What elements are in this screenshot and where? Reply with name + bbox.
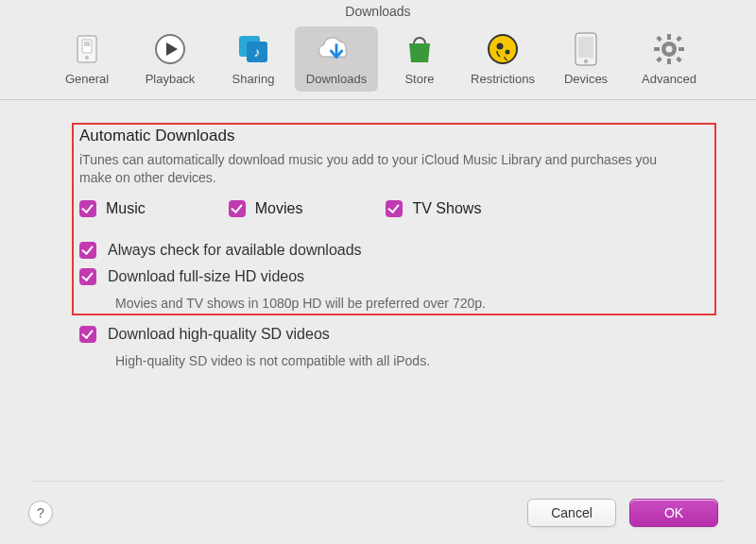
checkbox-icon xyxy=(79,326,96,343)
tab-label: Devices xyxy=(564,72,608,86)
checkbox-icon xyxy=(386,200,403,217)
preferences-toolbar: General Playback ♪ Sharing xyxy=(0,23,756,100)
dialog-buttons: Cancel OK xyxy=(527,499,718,527)
svg-rect-22 xyxy=(676,36,681,42)
tab-general[interactable]: General xyxy=(45,26,129,92)
tab-label: Playback xyxy=(146,72,196,86)
checkbox-hd-videos[interactable]: Download full-size HD videos xyxy=(79,268,711,285)
checkbox-icon xyxy=(79,242,96,259)
svg-point-10 xyxy=(489,35,517,63)
svg-rect-21 xyxy=(656,36,662,42)
svg-rect-19 xyxy=(654,47,660,51)
svg-point-15 xyxy=(584,60,588,63)
tab-devices[interactable]: Devices xyxy=(544,26,627,92)
svg-point-25 xyxy=(666,46,673,53)
checkbox-label: Music xyxy=(106,200,146,217)
tab-store[interactable]: Store xyxy=(378,26,461,92)
checkbox-icon xyxy=(79,268,96,285)
cloud-download-icon xyxy=(318,30,355,68)
svg-rect-23 xyxy=(656,57,662,62)
svg-text:♪: ♪ xyxy=(254,44,261,60)
window-title: Downloads xyxy=(0,0,756,23)
checkbox-movies[interactable]: Movies xyxy=(229,200,303,217)
svg-rect-20 xyxy=(679,47,684,51)
checkbox-tvshows[interactable]: TV Shows xyxy=(386,200,481,217)
help-button[interactable]: ? xyxy=(28,501,53,525)
svg-point-12 xyxy=(506,50,510,55)
auto-download-types: Music Movies TV Shows xyxy=(79,200,711,217)
checkbox-always-check[interactable]: Always check for available downloads xyxy=(79,242,711,259)
ok-button[interactable]: OK xyxy=(629,499,718,527)
tab-playback[interactable]: Playback xyxy=(129,26,212,92)
checkbox-music[interactable]: Music xyxy=(79,200,146,217)
svg-rect-17 xyxy=(667,34,671,40)
section-description: iTunes can automatically download music … xyxy=(79,151,684,187)
parental-icon xyxy=(484,30,522,68)
tab-label: General xyxy=(65,72,109,86)
tab-downloads[interactable]: Downloads xyxy=(295,26,378,92)
checkbox-sd-videos[interactable]: Download high-quality SD videos xyxy=(79,326,711,343)
checkbox-label: TV Shows xyxy=(412,200,481,217)
tab-label: Sharing xyxy=(232,72,275,86)
sd-description: High-quality SD video is not compatible … xyxy=(115,352,711,370)
tab-sharing[interactable]: ♪ Sharing xyxy=(212,26,295,92)
bag-icon xyxy=(401,30,438,68)
svg-rect-18 xyxy=(667,59,671,64)
checkbox-label: Always check for available downloads xyxy=(108,242,362,259)
device-icon xyxy=(567,30,605,68)
content-area: Automatic Downloads iTunes can automatic… xyxy=(0,100,756,544)
tab-restrictions[interactable]: Restrictions xyxy=(461,26,544,92)
hd-description: Movies and TV shows in 1080p HD will be … xyxy=(115,295,711,313)
checkbox-label: Download high-quality SD videos xyxy=(108,326,330,343)
svg-point-11 xyxy=(497,43,504,50)
checkbox-label: Download full-size HD videos xyxy=(108,268,304,285)
play-icon xyxy=(151,30,189,68)
section-heading: Automatic Downloads xyxy=(79,127,711,145)
separator xyxy=(32,481,724,482)
tab-label: Store xyxy=(404,72,434,86)
svg-point-3 xyxy=(85,56,89,60)
tab-label: Downloads xyxy=(306,72,367,86)
svg-rect-2 xyxy=(84,42,90,46)
tab-advanced[interactable]: Advanced xyxy=(627,26,711,92)
switch-icon xyxy=(68,30,106,68)
svg-rect-24 xyxy=(676,57,681,62)
checkbox-icon xyxy=(229,200,246,217)
gear-icon xyxy=(650,30,688,68)
cancel-button[interactable]: Cancel xyxy=(527,499,616,527)
tab-label: Restrictions xyxy=(471,72,535,86)
tab-label: Advanced xyxy=(642,72,696,86)
sharing-icon: ♪ xyxy=(234,30,272,68)
svg-rect-14 xyxy=(578,37,593,58)
checkbox-icon xyxy=(79,200,96,217)
checkbox-label: Movies xyxy=(255,200,303,217)
